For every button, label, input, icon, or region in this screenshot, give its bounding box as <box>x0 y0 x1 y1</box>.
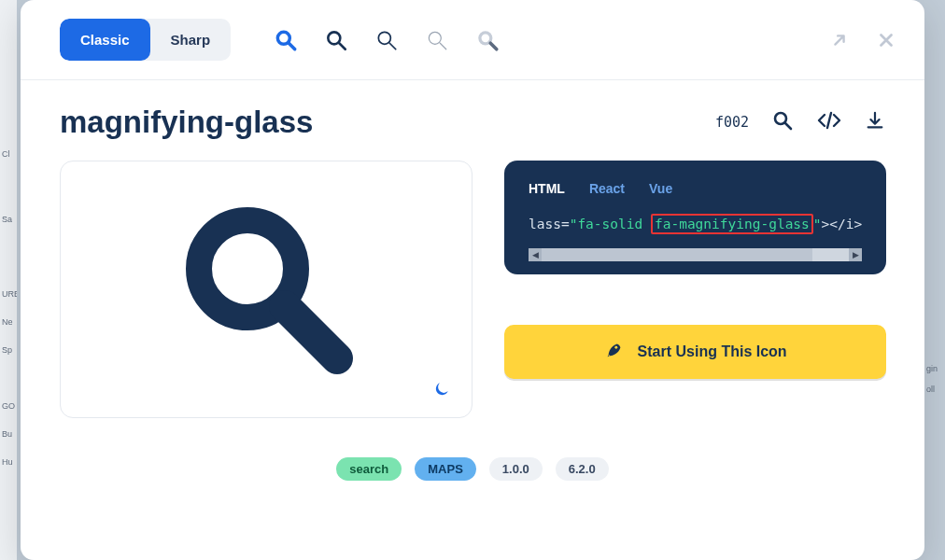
modal-header: Classic Sharp <box>21 0 924 80</box>
svg-line-3 <box>339 43 346 49</box>
code-icon[interactable] <box>816 109 842 135</box>
style-sharp-button[interactable]: Sharp <box>150 19 232 61</box>
variant-thin[interactable] <box>425 28 449 52</box>
background-sidebar: Cl Sa URE Ne Sp GO Bu Hu <box>0 0 17 560</box>
scroll-left-arrow[interactable]: ◀ <box>529 248 542 261</box>
svg-line-10 <box>490 43 497 49</box>
tag-maps[interactable]: MAPS <box>415 457 476 481</box>
tab-vue[interactable]: Vue <box>649 181 672 196</box>
svg-point-4 <box>378 32 390 44</box>
cta-label: Start Using This Icon <box>638 343 787 360</box>
svg-point-15 <box>614 346 617 349</box>
svg-line-7 <box>440 43 446 49</box>
style-toggle: Classic Sharp <box>60 19 231 61</box>
svg-line-5 <box>389 43 396 49</box>
variant-style-row <box>274 28 500 52</box>
code-column: HTML React Vue lass="fa-solid fa-magnify… <box>504 161 886 418</box>
title-row: magnifying-glass f002 <box>60 105 885 140</box>
variant-duotone[interactable] <box>475 28 500 52</box>
start-using-button[interactable]: Start Using This Icon <box>504 325 886 379</box>
variant-solid[interactable] <box>274 28 298 52</box>
tags-row: search MAPS 1.0.0 6.2.0 <box>60 457 885 481</box>
scroll-thumb[interactable] <box>542 248 812 261</box>
icon-name-heading: magnifying-glass <box>60 105 313 140</box>
svg-point-9 <box>482 34 490 42</box>
style-classic-button[interactable]: Classic <box>60 19 150 61</box>
background-right: gin oll <box>926 299 945 405</box>
svg-line-14 <box>285 306 337 358</box>
open-external-icon[interactable] <box>829 30 850 50</box>
svg-line-1 <box>289 43 295 49</box>
rocket-icon <box>604 340 625 364</box>
code-scrollbar[interactable]: ◀ ▶ <box>529 248 862 261</box>
tag-version-2[interactable]: 6.2.0 <box>556 457 609 481</box>
copy-glyph-icon[interactable] <box>771 109 794 135</box>
svg-point-6 <box>429 32 441 44</box>
content-row: HTML React Vue lass="fa-solid fa-magnify… <box>60 161 885 418</box>
code-tabs: HTML React Vue <box>529 181 862 196</box>
theme-toggle-icon[interactable] <box>432 380 451 402</box>
variant-regular[interactable] <box>324 28 348 52</box>
unicode-value[interactable]: f002 <box>715 114 749 131</box>
scroll-right-arrow[interactable]: ▶ <box>849 248 862 261</box>
download-icon[interactable] <box>865 109 885 135</box>
icon-detail-modal: Classic Sharp <box>21 0 924 560</box>
magnifying-glass-icon <box>173 194 360 385</box>
title-actions: f002 <box>715 109 885 135</box>
highlighted-class: fa-magnifying-glass <box>651 214 813 234</box>
code-snippet[interactable]: lass="fa-solid fa-magnifying-glass"></i> <box>529 217 862 231</box>
svg-line-12 <box>785 123 791 129</box>
tag-search[interactable]: search <box>336 457 402 481</box>
tag-version-1[interactable]: 1.0.0 <box>489 457 543 481</box>
modal-body: magnifying-glass f002 <box>21 80 924 560</box>
tab-html[interactable]: HTML <box>529 181 565 196</box>
tab-react[interactable]: React <box>589 181 625 196</box>
close-icon[interactable] <box>876 30 896 50</box>
code-snippet-card: HTML React Vue lass="fa-solid fa-magnify… <box>504 161 886 274</box>
icon-preview-card <box>60 161 472 418</box>
variant-light[interactable] <box>374 28 399 52</box>
scroll-track[interactable] <box>542 248 849 261</box>
